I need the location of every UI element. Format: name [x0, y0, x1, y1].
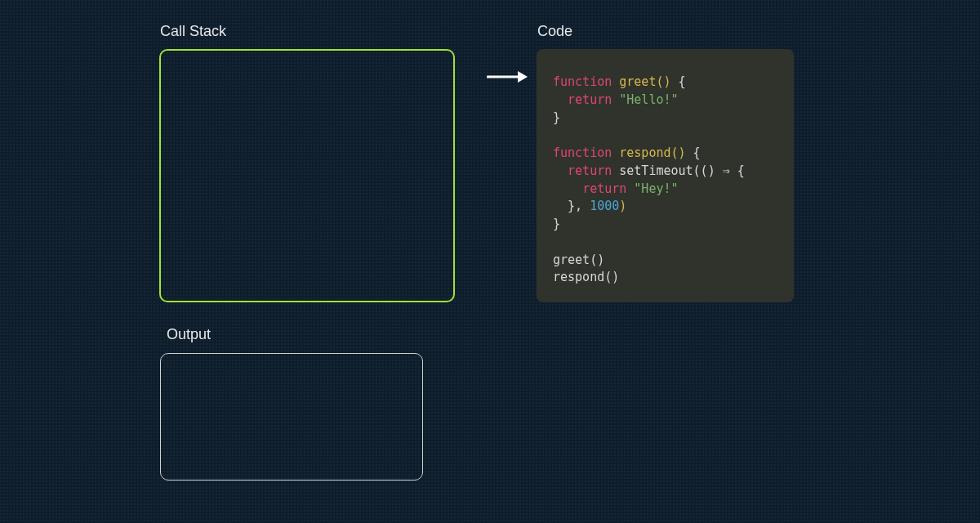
code-content: function greet() { return "Hello!" } fun…	[553, 74, 777, 287]
svg-marker-1	[518, 71, 528, 83]
output-label: Output	[167, 326, 211, 343]
call-stack-box	[159, 49, 455, 302]
code-label: Code	[537, 23, 572, 40]
code-box: function greet() { return "Hello!" } fun…	[537, 49, 794, 302]
output-box	[160, 353, 423, 481]
call-stack-label: Call Stack	[160, 23, 226, 40]
arrow-icon	[485, 69, 528, 85]
